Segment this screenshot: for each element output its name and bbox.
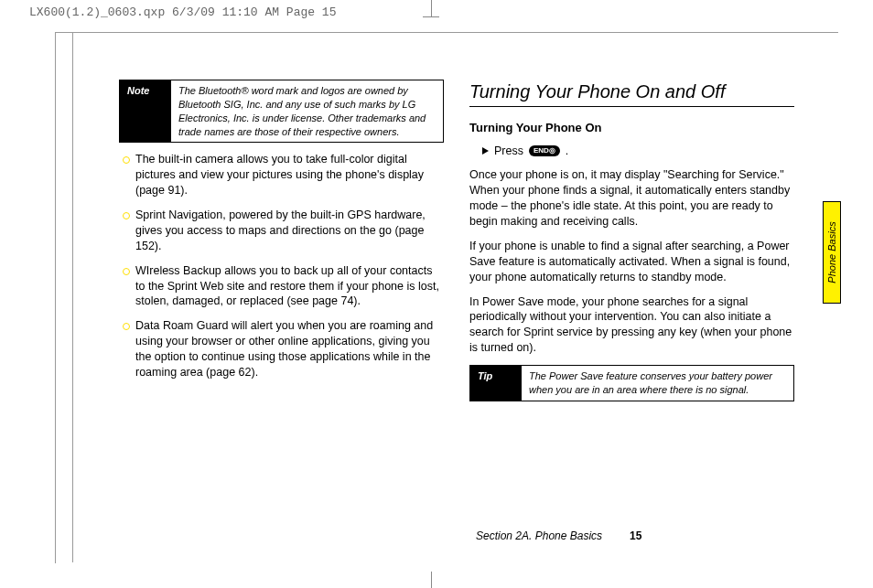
body-paragraph: If your phone is unable to find a signal… <box>469 239 794 285</box>
tip-label: Tip <box>470 366 522 401</box>
feature-bullet-list: The built-in camera allows you to take f… <box>123 152 444 380</box>
side-tab-label: Phone Basics <box>826 221 837 283</box>
right-column: Turning Your Phone On and Off Turning Yo… <box>469 80 794 411</box>
crop-mark <box>431 572 432 588</box>
body-paragraph: Once your phone is on, it may display "S… <box>469 167 794 230</box>
page-footer: Section 2A. Phone Basics 15 <box>476 529 641 542</box>
triangle-bullet-icon <box>482 147 489 155</box>
side-tab: Phone Basics <box>823 201 841 304</box>
note-box: Note The Bluetooth® word mark and logos … <box>119 80 444 143</box>
content-area: Note The Bluetooth® word mark and logos … <box>119 80 805 411</box>
step-instruction: Press END◎ . <box>482 144 794 159</box>
crop-mark <box>423 16 439 17</box>
list-item: WIreless Backup allows you to back up al… <box>123 263 444 310</box>
preflight-header: LX600(1.2)_0603.qxp 6/3/09 11:10 AM Page… <box>29 5 336 19</box>
body-paragraph: In Power Save mode, your phone searches … <box>469 294 794 357</box>
tip-box: Tip The Power Save feature conserves you… <box>469 365 794 401</box>
section-heading: Turning Your Phone On and Off <box>469 80 794 107</box>
step-prefix: Press <box>494 144 523 159</box>
list-item: Sprint Navigation, powered by the built-… <box>123 208 444 254</box>
list-item: The built-in camera allows you to take f… <box>123 152 444 198</box>
left-column: Note The Bluetooth® word mark and logos … <box>119 80 444 411</box>
step-suffix: . <box>566 144 568 159</box>
end-key-icon: END◎ <box>529 145 560 156</box>
note-text: The Bluetooth® word mark and logos are o… <box>171 80 443 142</box>
note-label: Note <box>120 80 171 142</box>
sub-heading: Turning Your Phone On <box>469 120 794 136</box>
section-label: Section 2A. Phone Basics <box>476 529 602 542</box>
tip-text: The Power Save feature conserves your ba… <box>522 366 793 401</box>
inner-margin-line <box>72 32 73 562</box>
crop-mark <box>431 0 432 16</box>
page-number: 15 <box>630 529 641 542</box>
list-item: Data Roam Guard will alert you when you … <box>123 318 444 380</box>
